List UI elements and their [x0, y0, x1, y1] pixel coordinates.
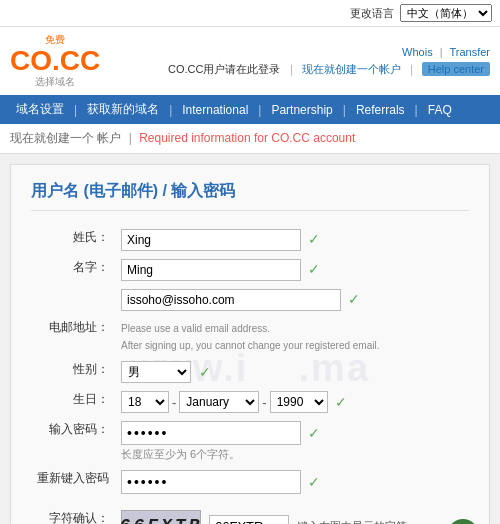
repassword-input[interactable]: [121, 470, 301, 494]
breadcrumb-required: Required information for CO.CC account: [139, 131, 355, 145]
lang-label: 更改语言: [350, 6, 394, 21]
table-row: 名字： ✓: [31, 255, 469, 285]
check-icon-email: ✓: [348, 291, 360, 307]
nav-item-new-domain[interactable]: 获取新的域名: [77, 95, 169, 124]
dob-label: 生日：: [31, 387, 115, 417]
gender-label: 性别：: [31, 357, 115, 387]
check-icon-gender: ✓: [199, 364, 211, 380]
gender-select[interactable]: 男 女: [121, 361, 191, 383]
year-select[interactable]: 1990: [270, 391, 328, 413]
captcha-row: 66FXTR 键入左图中显示的字符。: [121, 510, 463, 524]
email-label: [31, 285, 115, 315]
password-label: 输入密码：: [31, 417, 115, 466]
gender-row: 男 女 ✓: [121, 361, 463, 383]
check-icon-firstname: ✓: [308, 261, 320, 277]
table-row: 生日： 18 - January - 1990 ✓: [31, 387, 469, 417]
email-hint-cell: Please use a valid email address. After …: [115, 315, 469, 357]
form-title: 用户名 (电子邮件) / 输入密码: [31, 181, 469, 211]
top-bar: 更改语言 中文（简体）: [0, 0, 500, 27]
check-icon-repassword: ✓: [308, 474, 320, 490]
email-input[interactable]: [121, 289, 341, 311]
table-row: ✓: [31, 285, 469, 315]
email-cell: ✓: [115, 285, 469, 315]
nav-item-domain-settings[interactable]: 域名设置: [6, 95, 74, 124]
repassword-label: 重新键入密码: [31, 466, 115, 498]
first-name-label: 名字：: [31, 255, 115, 285]
whois-link[interactable]: Whois: [402, 46, 433, 58]
check-icon-lastname: ✓: [308, 231, 320, 247]
captcha-hint: 键入左图中显示的字符。: [297, 519, 418, 525]
breadcrumb: 现在就创建一个 帐户 | Required information for CO…: [0, 124, 500, 154]
captcha-image: 66FXTR: [121, 510, 201, 524]
spacer-row: [31, 498, 469, 506]
logo-cc: CC: [60, 45, 100, 76]
table-row: 重新键入密码 ✓: [31, 466, 469, 498]
links-row: Whois | Transfer CO.CC用户请在此登录 ｜ 现在就创建一个帐…: [168, 46, 490, 77]
logo-area: 免费 CO.CC 选择域名: [10, 33, 100, 89]
day-select[interactable]: 18: [121, 391, 169, 413]
table-row: 电邮地址： Please use a valid email address. …: [31, 315, 469, 357]
form-table: 姓氏： ✓ 名字： ✓ ✓ 电邮地址： Please use a: [31, 225, 469, 524]
captcha-input[interactable]: [209, 515, 289, 525]
nav-item-partnership[interactable]: Partnership: [261, 97, 342, 123]
table-row: 输入密码： ✓ 长度应至少为 6个字符。: [31, 417, 469, 466]
logo-co: CO.: [10, 45, 60, 76]
logo-text: CO.CC: [10, 47, 100, 75]
nav-item-international[interactable]: International: [172, 97, 258, 123]
lang-select[interactable]: 中文（简体）: [400, 4, 492, 22]
check-icon-dob: ✓: [335, 394, 347, 410]
email-label-main: 电邮地址：: [31, 315, 115, 357]
top-links: Whois | Transfer: [402, 46, 490, 58]
nav-item-referrals[interactable]: Referrals: [346, 97, 415, 123]
dob-cell: 18 - January - 1990 ✓: [115, 387, 469, 417]
logo-row: 免费 CO.CC 选择域名 Whois | Transfer CO.CC用户请在…: [0, 27, 500, 95]
user-links: CO.CC用户请在此登录 ｜ 现在就创建一个帐户 ｜ Help center: [168, 62, 490, 77]
last-name-cell: ✓: [115, 225, 469, 255]
captcha-label: 字符确认：: [31, 506, 115, 524]
password-cell: ✓ 长度应至少为 6个字符。: [115, 417, 469, 466]
table-row: 字符确认： 66FXTR 键入左图中显示的字符。: [31, 506, 469, 524]
captcha-cell: 66FXTR 键入左图中显示的字符。: [115, 506, 469, 524]
check-icon-password: ✓: [308, 425, 320, 441]
help-link[interactable]: Help center: [422, 62, 490, 76]
repassword-cell: ✓: [115, 466, 469, 498]
user-text: CO.CC用户请在此登录: [168, 63, 280, 75]
breadcrumb-current[interactable]: 现在就创建一个 帐户: [10, 131, 121, 145]
first-name-input[interactable]: [121, 259, 301, 281]
nav-item-faq[interactable]: FAQ: [418, 97, 462, 123]
first-name-cell: ✓: [115, 255, 469, 285]
last-name-input[interactable]: [121, 229, 301, 251]
logo-sub: 选择域名: [10, 75, 100, 89]
email-hint2: After signing up, you cannot change your…: [121, 338, 463, 353]
create-account-link[interactable]: 现在就创建一个帐户: [302, 63, 401, 75]
month-select[interactable]: January: [179, 391, 259, 413]
email-hint1: Please use a valid email address.: [121, 321, 463, 336]
nav-bar: 域名设置 | 获取新的域名 | International | Partners…: [0, 95, 500, 124]
password-input[interactable]: [121, 421, 301, 445]
main-content: www.i .ma 用户名 (电子邮件) / 输入密码 姓氏： ✓ 名字： ✓ …: [10, 164, 490, 524]
dob-row: 18 - January - 1990 ✓: [121, 391, 463, 413]
table-row: 姓氏： ✓: [31, 225, 469, 255]
gender-cell: 男 女 ✓: [115, 357, 469, 387]
transfer-link[interactable]: Transfer: [449, 46, 490, 58]
table-row: 性别： 男 女 ✓: [31, 357, 469, 387]
min-length-hint: 长度应至少为 6个字符。: [121, 447, 463, 462]
last-name-label: 姓氏：: [31, 225, 115, 255]
